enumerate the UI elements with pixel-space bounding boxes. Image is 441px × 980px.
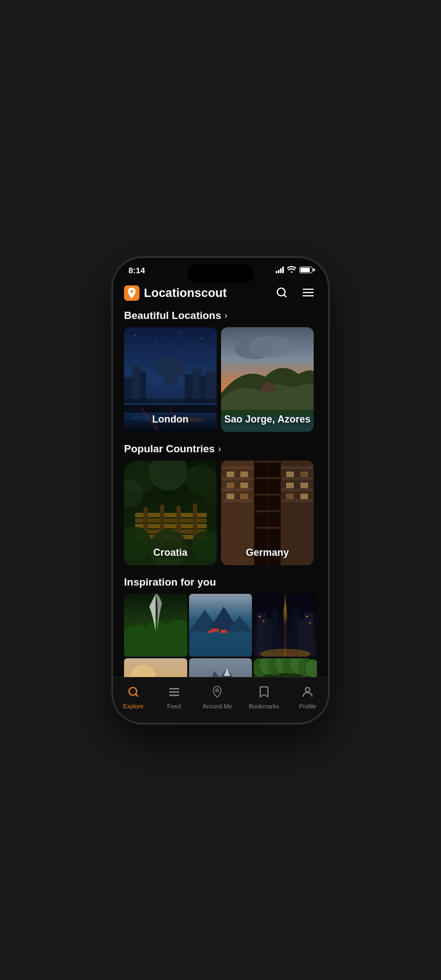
search-icon: [275, 286, 288, 299]
logo-container: Locationscout: [124, 285, 227, 301]
status-icons: [276, 266, 313, 274]
svg-point-153: [129, 687, 137, 695]
battery-fill: [300, 268, 310, 272]
menu-button[interactable]: [299, 284, 317, 303]
hamburger-icon: [302, 286, 315, 299]
nav-item-explore[interactable]: Explore: [117, 683, 150, 712]
bookmarks-icon: [257, 685, 271, 701]
bookmarks-label: Bookmarks: [249, 703, 279, 710]
beautiful-locations-title: Beautiful Locations: [124, 310, 221, 322]
country-card-croatia[interactable]: Croatia: [124, 461, 217, 565]
svg-rect-99: [262, 620, 264, 621]
svg-point-157: [305, 687, 310, 692]
beautiful-locations-header[interactable]: Beautiful Locations ›: [113, 310, 328, 327]
inspiration-item-forest[interactable]: [254, 658, 317, 676]
wifi-icon: [287, 266, 296, 274]
popular-countries-title: Popular Countries: [124, 443, 215, 455]
profile-label: Profile: [299, 703, 316, 710]
around-me-icon: [211, 685, 224, 701]
beautiful-locations-section: Beautiful Locations ›: [113, 310, 328, 432]
explore-label: Explore: [123, 703, 143, 710]
svg-point-5: [179, 332, 180, 333]
feed-label: Feed: [167, 703, 181, 710]
dynamic-island: [187, 264, 254, 283]
around-me-label: Around Me: [203, 703, 233, 710]
location-card-london[interactable]: London: [124, 327, 217, 432]
svg-rect-98: [259, 616, 261, 617]
svg-rect-87: [208, 630, 213, 633]
phone-screen: 8:14: [113, 258, 328, 723]
popular-countries-arrow: ›: [218, 444, 221, 454]
header-actions: [273, 284, 317, 303]
germany-label: Germany: [221, 547, 314, 559]
svg-point-1: [277, 288, 285, 296]
svg-point-6: [201, 338, 202, 339]
signal-icon: [276, 267, 284, 273]
svg-rect-154: [169, 688, 179, 690]
bottom-navigation: Explore Feed Around Me: [113, 677, 328, 723]
beautiful-locations-cards[interactable]: London: [113, 327, 328, 432]
svg-point-3: [135, 335, 136, 336]
svg-rect-8: [164, 369, 177, 385]
popular-countries-header[interactable]: Popular Countries ›: [113, 443, 328, 461]
app-logo-icon: [124, 285, 139, 301]
svg-rect-155: [169, 691, 179, 693]
location-card-sao-jorge[interactable]: Sao Jorge, Azores: [221, 327, 314, 432]
svg-rect-94: [304, 613, 314, 657]
nav-item-profile[interactable]: Profile: [291, 683, 324, 712]
svg-point-26: [249, 335, 293, 358]
inspiration-item-lake[interactable]: [189, 594, 252, 657]
london-label: London: [124, 414, 217, 425]
app-header: Locationscout: [113, 279, 328, 310]
svg-rect-84: [189, 631, 252, 657]
nav-item-around-me[interactable]: Around Me: [198, 683, 237, 712]
inspiration-header: Inspiration for you: [113, 576, 328, 594]
inspiration-item-city-night[interactable]: [254, 594, 317, 657]
popular-countries-section: Popular Countries ›: [113, 443, 328, 565]
svg-rect-89: [257, 613, 266, 657]
inspiration-grid: [113, 594, 328, 677]
svg-rect-100: [306, 616, 308, 617]
inspiration-item-waterfall[interactable]: [124, 594, 187, 657]
inspiration-item-coastal[interactable]: [124, 658, 187, 676]
popular-countries-cards[interactable]: Croatia: [113, 461, 328, 565]
svg-point-4: [157, 340, 158, 342]
nav-item-feed[interactable]: Feed: [158, 683, 191, 712]
sao-jorge-label: Sao Jorge, Azores: [221, 414, 314, 425]
battery-icon: [299, 267, 313, 273]
svg-rect-107: [189, 658, 252, 676]
inspiration-section: Inspiration for you: [113, 576, 328, 677]
phone-device: 8:14: [113, 258, 328, 723]
profile-icon: [301, 685, 314, 701]
search-button[interactable]: [273, 284, 291, 303]
croatia-label: Croatia: [124, 547, 217, 559]
inspiration-item-mountain[interactable]: [189, 658, 252, 676]
svg-rect-156: [169, 695, 179, 696]
beautiful-locations-arrow: ›: [224, 311, 227, 321]
explore-icon: [127, 685, 140, 701]
svg-rect-101: [309, 622, 311, 623]
feed-icon: [168, 685, 181, 701]
country-card-germany[interactable]: Germany: [221, 461, 314, 565]
nav-item-bookmarks[interactable]: Bookmarks: [244, 683, 283, 712]
status-time: 8:14: [128, 266, 145, 275]
inspiration-title: Inspiration for you: [124, 576, 216, 588]
main-scroll-content[interactable]: Beautiful Locations ›: [113, 310, 328, 677]
svg-rect-86: [220, 630, 227, 633]
app-title: Locationscout: [144, 286, 227, 300]
